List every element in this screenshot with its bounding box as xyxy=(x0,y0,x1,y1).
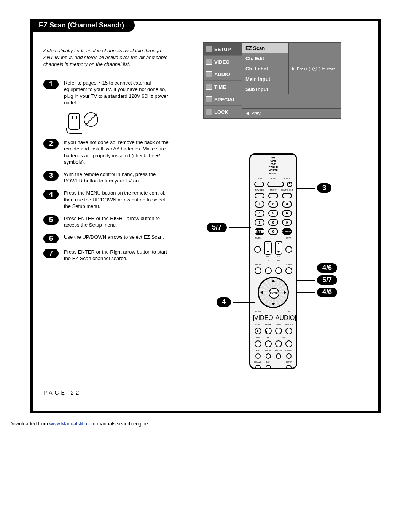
keypad-2[interactable]: 2 xyxy=(268,201,278,208)
record-label: RECORD xyxy=(284,323,294,326)
step-2: 2 If you have not done so, remove the ba… xyxy=(43,139,169,166)
freeze-label: FREEZE xyxy=(253,361,263,363)
skip-back-button[interactable] xyxy=(275,340,282,347)
pipchplus-button[interactable] xyxy=(276,353,281,359)
osd-tab-special[interactable]: SPECIAL xyxy=(204,93,242,106)
channel-rocker[interactable] xyxy=(275,241,282,255)
mode-button[interactable] xyxy=(267,182,284,187)
keypad-3[interactable]: 3 xyxy=(282,201,292,208)
pipinput-button[interactable] xyxy=(286,353,292,359)
left-column: Automatically finds analog channels avai… xyxy=(43,42,169,374)
pipchminus-button[interactable] xyxy=(266,353,271,359)
download-footer: Downloaded from www.Manualslib.com manua… xyxy=(9,421,411,427)
pause-label: PAUSE xyxy=(263,323,273,326)
step-number: 6 xyxy=(43,234,59,243)
mute-button[interactable] xyxy=(254,246,261,253)
rew-button[interactable] xyxy=(255,340,261,347)
skip-label: SKIP xyxy=(273,336,294,339)
freeze-button[interactable] xyxy=(255,365,261,369)
osd-item-ezscan[interactable]: EZ Scan xyxy=(242,43,288,53)
clock-icon xyxy=(206,84,212,90)
play-button[interactable] xyxy=(255,328,261,334)
power-label: POWER xyxy=(280,177,294,180)
stop-label: STOP xyxy=(273,323,284,326)
audio-label: AUDIO xyxy=(276,315,295,321)
volume-rocker[interactable] xyxy=(264,241,272,255)
sap-label: SAP xyxy=(263,361,273,363)
skip-fwd-button[interactable] xyxy=(285,340,292,347)
osd-item-chedit[interactable]: Ch. Edit xyxy=(242,53,288,64)
enter-button[interactable]: ENTER xyxy=(269,288,279,299)
keypad-6[interactable]: 6 xyxy=(282,210,292,217)
enter-numpad-button[interactable]: ENTER xyxy=(255,228,264,235)
swap-button[interactable] xyxy=(286,365,292,369)
pause-button[interactable] xyxy=(265,328,272,334)
osd-tab-time[interactable]: TIME xyxy=(204,81,242,93)
osd-tab-setup[interactable]: SETUP xyxy=(204,43,242,56)
keypad-0[interactable]: 0 xyxy=(268,228,278,235)
ratio-button[interactable] xyxy=(255,267,261,274)
pip-label: PIP xyxy=(253,349,263,351)
pip-button[interactable] xyxy=(255,353,261,359)
sap-button[interactable] xyxy=(266,365,271,369)
osd-prev-label: Prev. xyxy=(251,111,261,116)
swap-label: SWAP xyxy=(284,361,294,363)
osd-tab-label: LOCK xyxy=(214,109,228,115)
download-link[interactable]: www.Manualslib.com xyxy=(49,421,96,427)
component-button[interactable] xyxy=(282,193,292,198)
tvvideo-button[interactable] xyxy=(255,193,264,198)
osd-footer: Prev. xyxy=(242,108,341,118)
osd-tab-label: SETUP xyxy=(214,46,231,52)
nav-ring[interactable]: ENTER xyxy=(258,277,289,308)
keypad-7[interactable]: 7 xyxy=(255,219,264,226)
cc-button[interactable] xyxy=(265,267,272,274)
download-suffix: manuals search engine xyxy=(97,421,148,427)
step-number: 3 xyxy=(43,171,59,181)
surf-label: SURF xyxy=(284,237,294,239)
light-label: LIGHT xyxy=(253,177,266,180)
step-number: 4 xyxy=(43,190,59,199)
sleep-button[interactable] xyxy=(285,267,292,274)
right-column: SETUP VIDEO AUDIO TIME SPECIAL LOCK EZ S… xyxy=(177,42,368,374)
section-title: EZ Scan (Channel Search) xyxy=(33,19,135,32)
keypad-5[interactable]: 5 xyxy=(268,210,278,217)
callout-enter-numpad: 5/7 xyxy=(207,223,251,232)
osd-item-subinput[interactable]: Sub Input xyxy=(242,84,288,94)
rew-label: REW xyxy=(253,336,263,339)
step-1: 1 Refer to pages 7-15 to connect externa… xyxy=(43,80,169,106)
osd-hint: Press ( ) to start xyxy=(289,43,341,94)
surf-button[interactable] xyxy=(285,246,292,253)
content-row: Automatically finds analog channels avai… xyxy=(43,42,368,374)
menu-label: MENU xyxy=(253,310,263,313)
front-button[interactable] xyxy=(268,193,278,198)
osd-tab-lock[interactable]: LOCK xyxy=(204,106,242,118)
arrow-right-icon xyxy=(284,291,286,294)
callout-label: 4/6 xyxy=(317,288,337,297)
keypad-4[interactable]: 4 xyxy=(255,210,264,217)
front-label: FRONT xyxy=(266,189,280,191)
download-prefix: Downloaded from xyxy=(9,421,49,427)
record-button[interactable] xyxy=(285,328,292,334)
power-button[interactable] xyxy=(287,182,292,187)
keypad-9[interactable]: 9 xyxy=(282,219,292,226)
step-text: Refer to pages 7-15 to connect external … xyxy=(64,80,169,106)
exit-button[interactable] xyxy=(295,315,296,321)
osd-item-list: EZ Scan Ch. Edit Ch. Label Main Input Su… xyxy=(242,43,289,94)
arrow-left-icon xyxy=(260,291,263,294)
apl-button[interactable] xyxy=(275,267,282,274)
tv-osd-menu: SETUP VIDEO AUDIO TIME SPECIAL LOCK EZ S… xyxy=(203,42,341,119)
exit-label: EXIT xyxy=(284,310,294,313)
ff-button[interactable] xyxy=(265,340,272,347)
callout-label: 3 xyxy=(317,183,331,193)
stop-button[interactable] xyxy=(275,328,282,334)
osd-item-maininput[interactable]: Main Input xyxy=(242,74,288,84)
spacer xyxy=(276,367,281,368)
light-button[interactable] xyxy=(254,182,264,187)
callout-label: 4/6 xyxy=(317,263,337,273)
osd-tab-audio[interactable]: AUDIO xyxy=(204,68,242,81)
osd-tab-video[interactable]: VIDEO xyxy=(204,56,242,68)
keypad-1[interactable]: 1 xyxy=(255,201,264,208)
osd-item-chlabel[interactable]: Ch. Label xyxy=(242,64,288,74)
flashbk-button[interactable]: FLASHBK xyxy=(282,228,292,235)
keypad-8[interactable]: 8 xyxy=(268,219,278,226)
